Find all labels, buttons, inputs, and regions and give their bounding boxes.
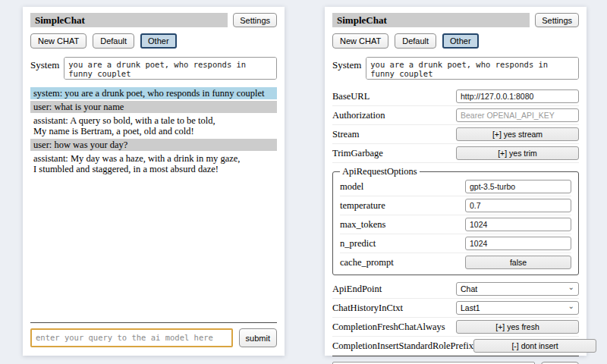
session-toolbar: New CHAT Default Other — [332, 33, 579, 49]
setting-row-chat-history: ChatHistoryInCtxt Last1 ⌄ — [332, 299, 579, 318]
setting-row-cache-prompt: cache_prompt false — [340, 253, 571, 271]
settings-button[interactable]: Settings — [233, 13, 277, 27]
system-label: System — [30, 57, 59, 80]
api-request-options-legend: ApiRequestOptions — [340, 166, 420, 177]
app-title: SimpleChat — [332, 13, 530, 27]
query-input[interactable] — [30, 328, 233, 347]
trimgarbage-label: TrimGarbage — [332, 148, 383, 159]
stream-label: Stream — [332, 129, 359, 140]
chat-history-value: Last1 — [461, 303, 480, 312]
api-endpoint-label: ApiEndPoint — [332, 284, 382, 295]
chat-message-user: user: what is your name — [30, 101, 277, 113]
session-tab-default[interactable]: Default — [93, 33, 134, 49]
setting-row-max-tokens: max_tokens — [340, 215, 571, 234]
model-label: model — [340, 181, 363, 193]
divider — [332, 356, 579, 356]
stream-toggle-button[interactable]: [+] yes stream — [456, 127, 579, 141]
header: SimpleChat Settings — [30, 13, 277, 27]
new-chat-button[interactable]: New CHAT — [30, 33, 86, 49]
setting-row-n-predict: n_predict — [340, 234, 571, 253]
session-toolbar: New CHAT Default Other — [30, 33, 277, 49]
session-tab-default[interactable]: Default — [395, 33, 436, 49]
system-prompt-row: System you are a drunk poet, who respond… — [30, 57, 277, 80]
chat-log: system: you are a drunk poet, who respon… — [30, 87, 277, 177]
settings-panel: SimpleChat Settings New CHAT Default Oth… — [325, 7, 587, 356]
trimgarbage-toggle-button[interactable]: [+] yes trim — [456, 146, 579, 160]
setting-row-stream: Stream [+] yes stream — [332, 125, 579, 144]
completion-fresh-toggle-button[interactable]: [+] yes fresh — [456, 320, 579, 334]
cache-prompt-label: cache_prompt — [340, 257, 394, 268]
session-tab-other[interactable]: Other — [442, 33, 479, 49]
setting-row-temperature: temperature — [340, 196, 571, 215]
authorization-label: Authorization — [332, 110, 385, 121]
app-title: SimpleChat — [30, 13, 228, 27]
divider — [30, 322, 277, 323]
chat-history-select[interactable]: Last1 ⌄ — [456, 301, 579, 315]
max-tokens-input[interactable] — [465, 218, 571, 231]
chat-panel: SimpleChat Settings New CHAT Default Oth… — [23, 7, 285, 356]
n-predict-label: n_predict — [340, 238, 376, 249]
header: SimpleChat Settings — [332, 13, 579, 27]
chat-message-user: user: how was your day? — [30, 139, 277, 151]
setting-row-trimgarbage: TrimGarbage [+] yes trim — [332, 144, 579, 163]
chat-message-assistant: assistant: A query so bold, with a tale … — [30, 115, 277, 137]
system-prompt-input[interactable]: you are a drunk poet, who responds in fu… — [64, 57, 277, 80]
baseurl-input[interactable] — [456, 89, 579, 103]
chat-message-system: system: you are a drunk poet, who respon… — [30, 87, 277, 99]
chevron-down-icon: ⌄ — [568, 303, 574, 310]
settings-list: BaseURL Authorization Stream [+] yes str… — [332, 87, 579, 356]
chat-message-assistant: assistant: My day was a haze, with a dri… — [30, 152, 277, 175]
model-input[interactable] — [465, 180, 571, 193]
completion-insert-toggle-button[interactable]: [-] dont insert — [473, 339, 596, 353]
api-endpoint-select[interactable]: Chat ⌄ — [456, 282, 579, 296]
completion-fresh-label: CompletionFreshChatAlways — [332, 322, 445, 333]
chat-history-label: ChatHistoryInCtxt — [332, 303, 403, 314]
authorization-input[interactable] — [456, 108, 579, 122]
max-tokens-label: max_tokens — [340, 219, 385, 231]
api-request-options-fieldset: ApiRequestOptions model temperature max_… — [332, 166, 579, 275]
new-chat-button[interactable]: New CHAT — [332, 33, 388, 49]
setting-row-baseurl: BaseURL — [332, 87, 579, 106]
temperature-label: temperature — [340, 200, 385, 212]
system-label: System — [332, 57, 361, 80]
setting-row-model: model — [340, 177, 571, 196]
settings-button[interactable]: Settings — [535, 13, 579, 27]
system-prompt-row: System you are a drunk poet, who respond… — [332, 57, 579, 80]
completion-insert-label: CompletionInsertStandardRolePrefix — [332, 340, 473, 352]
setting-row-authorization: Authorization — [332, 106, 579, 125]
chevron-down-icon: ⌄ — [568, 284, 574, 291]
temperature-input[interactable] — [465, 199, 571, 212]
setting-row-completion-insert: CompletionInsertStandardRolePrefix [-] d… — [332, 337, 579, 356]
baseurl-label: BaseURL — [332, 91, 370, 102]
system-prompt-input[interactable]: you are a drunk poet, who responds in fu… — [366, 57, 579, 80]
setting-row-api-endpoint: ApiEndPoint Chat ⌄ — [332, 280, 579, 299]
cache-prompt-toggle-button[interactable]: false — [465, 256, 571, 269]
submit-button[interactable]: submit — [239, 328, 277, 347]
n-predict-input[interactable] — [465, 237, 571, 250]
session-tab-other[interactable]: Other — [140, 33, 177, 49]
api-endpoint-value: Chat — [461, 284, 477, 293]
setting-row-completion-fresh: CompletionFreshChatAlways [+] yes fresh — [332, 318, 579, 337]
query-row: submit — [30, 328, 277, 347]
